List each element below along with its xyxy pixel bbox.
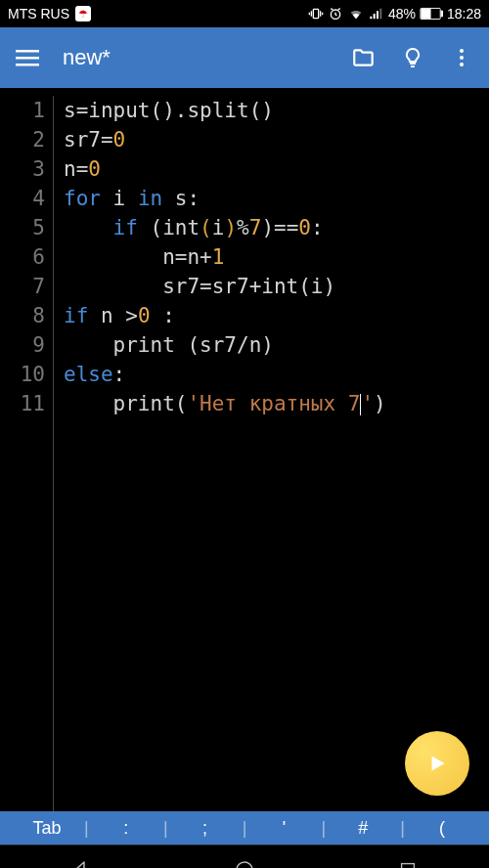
toolbar-key-paren[interactable]: ( <box>405 818 479 839</box>
lightbulb-button[interactable] <box>399 44 426 71</box>
line-number: 10 <box>0 360 45 389</box>
svg-rect-3 <box>441 11 443 17</box>
symbol-toolbar: Tab | : | ; | ' | # | ( <box>0 811 489 845</box>
svg-rect-4 <box>422 9 430 18</box>
code-line[interactable]: s=input().split() <box>64 96 386 125</box>
line-number: 9 <box>0 330 45 360</box>
nav-home-button[interactable] <box>225 850 264 869</box>
svg-point-8 <box>460 49 464 53</box>
wifi-icon <box>347 6 365 22</box>
run-button[interactable] <box>405 731 469 796</box>
line-number: 8 <box>0 301 45 330</box>
svg-rect-0 <box>313 9 318 18</box>
battery-icon <box>420 7 443 21</box>
code-line[interactable]: n=0 <box>64 154 386 184</box>
line-number: 6 <box>0 242 45 272</box>
code-line[interactable]: else: <box>64 360 386 389</box>
line-number: 5 <box>0 213 45 242</box>
alarm-icon <box>328 6 343 22</box>
code-line[interactable]: if n >0 : <box>64 301 386 330</box>
line-number-gutter: 1234567891011 <box>0 96 53 811</box>
file-title: new* <box>63 45 329 70</box>
menu-button[interactable] <box>14 44 41 71</box>
svg-rect-7 <box>16 64 39 66</box>
status-left: MTS RUS ☂ <box>8 6 91 22</box>
android-status-bar: MTS RUS ☂ 48% 18:28 <box>0 0 489 27</box>
svg-rect-12 <box>401 863 414 868</box>
code-line[interactable]: for i in s: <box>64 184 386 213</box>
toolbar-key-semicolon[interactable]: ; <box>168 818 243 839</box>
line-number: 4 <box>0 184 45 213</box>
line-number: 3 <box>0 154 45 184</box>
status-right: 48% 18:28 <box>308 6 481 22</box>
gutter-border <box>53 96 54 811</box>
line-number: 2 <box>0 125 45 154</box>
toolbar-key-tab[interactable]: Tab <box>10 818 84 839</box>
weather-icon: ☂ <box>75 6 91 22</box>
code-line[interactable]: print (sr7/n) <box>64 330 386 360</box>
folder-button[interactable] <box>350 44 378 71</box>
code-editor[interactable]: 1234567891011 s=input().split()sr7=0n=0f… <box>0 88 489 811</box>
battery-text: 48% <box>388 6 416 22</box>
code-line[interactable]: if (int(i)%7)==0: <box>64 213 386 242</box>
app-bar: new* <box>0 27 489 88</box>
carrier-text: MTS RUS <box>8 6 69 22</box>
toolbar-key-quote[interactable]: ' <box>246 818 321 839</box>
overflow-button[interactable] <box>448 44 475 71</box>
code-line[interactable]: sr7=0 <box>64 125 386 154</box>
svg-point-9 <box>460 56 464 60</box>
line-number: 1 <box>0 96 45 125</box>
nav-recent-button[interactable] <box>388 850 427 869</box>
vibrate-icon <box>308 6 324 22</box>
svg-rect-5 <box>16 50 39 53</box>
svg-rect-6 <box>16 57 39 60</box>
line-number: 11 <box>0 389 45 418</box>
line-number: 7 <box>0 272 45 301</box>
code-line[interactable]: print('Нет кратных 7') <box>64 389 386 418</box>
system-nav-bar <box>0 845 489 868</box>
toolbar-key-colon[interactable]: : <box>89 818 163 839</box>
code-content[interactable]: s=input().split()sr7=0n=0for i in s: if … <box>64 96 386 811</box>
svg-point-11 <box>237 862 252 869</box>
signal-icon <box>369 6 384 22</box>
code-line[interactable]: n=n+1 <box>64 242 386 272</box>
toolbar-key-hash[interactable]: # <box>326 818 400 839</box>
code-line[interactable]: sr7=sr7+int(i) <box>64 272 386 301</box>
svg-point-10 <box>460 63 464 66</box>
clock-text: 18:28 <box>447 6 481 22</box>
nav-back-button[interactable] <box>62 850 101 869</box>
